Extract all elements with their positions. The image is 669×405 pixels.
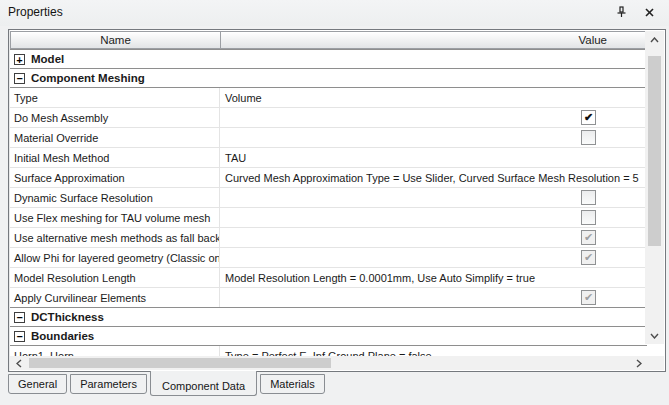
- row-value-text: Volume: [225, 92, 262, 104]
- row-value-cell[interactable]: ✔: [220, 248, 647, 267]
- row-value-text: Model Resolution Length = 0.0001mm, Use …: [225, 272, 535, 284]
- row-value-cell[interactable]: ✔: [220, 288, 647, 307]
- close-icon[interactable]: [641, 4, 657, 20]
- row-value-cell[interactable]: Model Resolution Length = 0.0001mm, Use …: [220, 268, 647, 287]
- column-header-name[interactable]: Name: [10, 31, 221, 49]
- row-label: Model: [31, 53, 64, 65]
- property-row[interactable]: Dynamic Surface Resolution: [10, 188, 647, 208]
- row-label: Initial Mesh Method: [14, 152, 109, 164]
- scrollbar-corner: [645, 356, 664, 370]
- row-label: Apply Curvilinear Elements: [14, 292, 146, 304]
- grid-rows: + Model − Component Meshing Type Volume …: [10, 49, 647, 358]
- column-header-value[interactable]: Value: [220, 31, 647, 49]
- bottom-tab-strip: GeneralParametersComponent DataMaterials: [8, 372, 325, 402]
- chevron-left-icon[interactable]: [10, 356, 27, 370]
- row-value-cell[interactable]: ✔: [220, 228, 647, 247]
- row-checkbox[interactable]: [581, 130, 596, 145]
- row-checkbox: ✔: [581, 250, 596, 265]
- row-value-cell[interactable]: TAU: [220, 148, 647, 167]
- row-value-cell[interactable]: [220, 188, 647, 207]
- property-row[interactable]: Do Mesh Assembly ✔: [10, 108, 647, 128]
- row-label: Do Mesh Assembly: [14, 112, 108, 124]
- property-row[interactable]: Initial Mesh Method TAU: [10, 148, 647, 168]
- row-checkbox: ✔: [581, 230, 596, 245]
- tab-materials[interactable]: Materials: [260, 374, 325, 394]
- category-row[interactable]: − DCThickness: [10, 307, 647, 327]
- row-label: Boundaries: [31, 330, 94, 342]
- row-value-text: Curved Mesh Approximation Type = Use Sli…: [225, 172, 639, 184]
- property-row[interactable]: Use alternative mesh methods as fall bac…: [10, 228, 647, 248]
- row-label: Type: [14, 92, 38, 104]
- category-row[interactable]: − Boundaries: [10, 326, 647, 346]
- vertical-scrollbar-thumb[interactable]: [648, 56, 661, 246]
- row-value-cell[interactable]: Curved Mesh Approximation Type = Use Sli…: [220, 168, 647, 187]
- row-label: Use alternative mesh methods as fall bac…: [14, 232, 220, 244]
- expand-toggle-icon[interactable]: −: [14, 312, 25, 323]
- panel-title: Properties: [8, 5, 63, 19]
- property-row[interactable]: Use Flex meshing for TAU volume mesh: [10, 208, 647, 228]
- property-row[interactable]: Apply Curvilinear Elements ✔: [10, 288, 647, 308]
- property-row[interactable]: Type Volume: [10, 88, 647, 108]
- row-value-cell[interactable]: Volume: [220, 88, 647, 107]
- property-row[interactable]: Material Override: [10, 128, 647, 148]
- chevron-down-icon[interactable]: [645, 327, 664, 344]
- row-label: Allow Phi for layered geometry (Classic …: [14, 252, 220, 264]
- expand-toggle-icon[interactable]: +: [14, 54, 25, 65]
- panel-titlebar: Properties: [0, 0, 669, 26]
- row-checkbox: ✔: [581, 290, 596, 305]
- tab-component-data[interactable]: Component Data: [150, 371, 257, 396]
- grid-header-row: Name Value: [10, 31, 647, 50]
- property-row[interactable]: Surface Approximation Curved Mesh Approx…: [10, 168, 647, 188]
- vertical-scrollbar[interactable]: [645, 31, 664, 344]
- row-label: Surface Approximation: [14, 172, 125, 184]
- tab-general[interactable]: General: [8, 374, 67, 394]
- row-value-text: TAU: [225, 152, 246, 164]
- category-row[interactable]: + Model: [10, 49, 647, 69]
- pin-icon[interactable]: [613, 4, 629, 20]
- row-value-cell[interactable]: ✔: [220, 108, 647, 127]
- row-label: Material Override: [14, 132, 98, 144]
- tab-parameters[interactable]: Parameters: [70, 374, 147, 394]
- expand-toggle-icon[interactable]: −: [14, 331, 25, 342]
- category-row[interactable]: − Component Meshing: [10, 68, 647, 88]
- property-row[interactable]: Allow Phi for layered geometry (Classic …: [10, 248, 647, 268]
- property-grid-content: Name Value + Model − Component Meshing T…: [10, 31, 647, 358]
- row-checkbox[interactable]: ✔: [581, 110, 596, 125]
- horizontal-scrollbar-thumb[interactable]: [29, 358, 331, 368]
- row-checkbox[interactable]: [581, 190, 596, 205]
- row-label: Use Flex meshing for TAU volume mesh: [14, 212, 210, 224]
- horizontal-scrollbar[interactable]: [10, 356, 647, 370]
- row-label: Dynamic Surface Resolution: [14, 192, 153, 204]
- row-value-cell[interactable]: [220, 128, 647, 147]
- property-grid: Name Value + Model − Component Meshing T…: [8, 29, 666, 372]
- property-row[interactable]: Model Resolution Length Model Resolution…: [10, 268, 647, 288]
- row-label: DCThickness: [31, 311, 104, 323]
- properties-panel: Properties Name Value + Model: [0, 0, 669, 405]
- row-label: Model Resolution Length: [14, 272, 136, 284]
- row-value-cell[interactable]: [220, 208, 647, 227]
- row-label: Component Meshing: [31, 72, 145, 84]
- row-checkbox[interactable]: [581, 210, 596, 225]
- expand-toggle-icon[interactable]: −: [14, 73, 25, 84]
- chevron-up-icon[interactable]: [645, 31, 664, 48]
